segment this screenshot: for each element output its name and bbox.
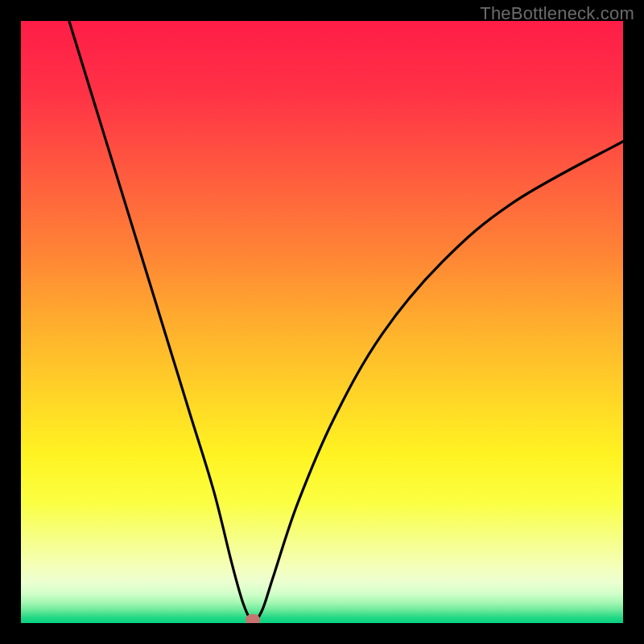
optimal-marker <box>246 614 260 623</box>
watermark-text: TheBottleneck.com <box>480 3 634 24</box>
plot-area <box>21 21 623 623</box>
bottleneck-curve <box>21 21 623 623</box>
chart-frame: TheBottleneck.com <box>0 0 644 644</box>
